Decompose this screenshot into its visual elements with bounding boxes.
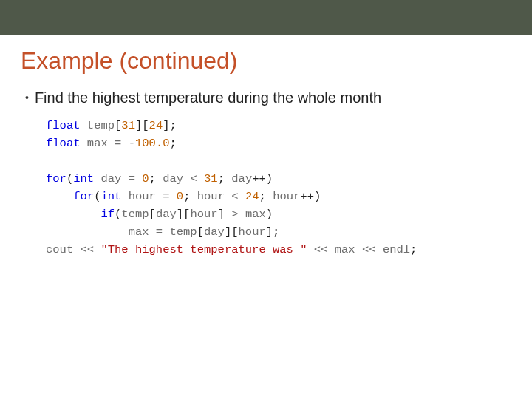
op-eq: = (156, 225, 163, 239)
ident-temp: temp (87, 119, 115, 132)
ident-hour: hour (129, 190, 156, 203)
bracket: [ (197, 225, 204, 239)
bracket-semi: ]; (163, 119, 177, 132)
slide-top-bar (0, 0, 532, 35)
slide-title: Example (continued) (21, 47, 511, 75)
num-0: 0 (142, 172, 149, 185)
ident-hour: hour (190, 208, 217, 221)
ident-day: day (163, 172, 183, 185)
bracket: [ (149, 208, 156, 221)
num-0: 0 (177, 190, 183, 203)
kw-float: float (46, 137, 81, 150)
ident-endl: endl (383, 243, 410, 256)
rparen: ) (266, 172, 273, 185)
ident-cout: cout (46, 243, 73, 256)
ident-hour: hour (239, 225, 266, 239)
semi: ; (170, 137, 177, 150)
ident-day: day (156, 208, 177, 221)
lparen: ( (66, 172, 73, 185)
slide-content: Example (continued) • Find the highest t… (0, 35, 532, 259)
num-24: 24 (245, 190, 259, 203)
ident-day: day (100, 172, 121, 185)
op-insert: << (314, 243, 328, 256)
semi: ; (149, 172, 156, 185)
ident-day: day (204, 225, 225, 239)
rparen: ) (314, 190, 321, 203)
kw-float: float (46, 119, 81, 132)
num-31: 31 (204, 172, 218, 185)
bracket-semi: ]; (266, 225, 280, 239)
op-gt: > (231, 208, 238, 221)
ident-max: max (245, 208, 266, 221)
op-insert: << (362, 243, 376, 256)
semi: ; (218, 172, 225, 185)
bullet-marker: • (25, 92, 29, 103)
op-eq: = (115, 137, 121, 150)
op-lt: < (231, 190, 238, 203)
string-lit: "The highest temperature was " (100, 243, 307, 256)
kw-for: for (73, 190, 94, 203)
bracket: [ (231, 225, 238, 239)
ident-hour: hour (197, 190, 225, 203)
semi: ; (183, 190, 190, 203)
op-inc: ++ (300, 190, 314, 203)
bracket: [ (115, 119, 121, 132)
bracket: ] (177, 208, 183, 221)
bracket: ] (218, 208, 225, 221)
op-insert: << (81, 243, 95, 256)
rparen: ) (266, 208, 273, 221)
bullet-line: • Find the highest temperature during th… (25, 89, 511, 106)
ident-max: max (335, 243, 355, 256)
bullet-text: Find the highest temperature during the … (35, 89, 381, 106)
lparen: ( (115, 208, 121, 221)
num-24: 24 (149, 119, 163, 132)
ident-temp: temp (121, 208, 149, 221)
op-lt: < (190, 172, 197, 185)
op-inc: ++ (252, 172, 266, 185)
semi: ; (259, 190, 266, 203)
bracket: ] (225, 225, 231, 239)
ident-day: day (231, 172, 252, 185)
op-eq: = (129, 172, 135, 185)
bracket: ] (135, 119, 142, 132)
num-100: 100.0 (135, 137, 170, 150)
kw-if: if (100, 208, 115, 221)
ident-temp: temp (169, 225, 197, 239)
semi: ; (410, 243, 417, 256)
bracket: [ (183, 208, 190, 221)
ident-max: max (87, 137, 108, 150)
kw-for: for (46, 172, 66, 185)
bracket: [ (142, 119, 149, 132)
kw-int: int (73, 172, 94, 185)
code-block: float temp[31][24]; float max = -100.0; … (46, 117, 511, 259)
neg: - (129, 137, 135, 150)
kw-int: int (100, 190, 121, 203)
ident-hour: hour (273, 190, 300, 203)
op-eq: = (163, 190, 169, 203)
ident-max: max (129, 225, 149, 239)
num-31: 31 (121, 119, 135, 132)
